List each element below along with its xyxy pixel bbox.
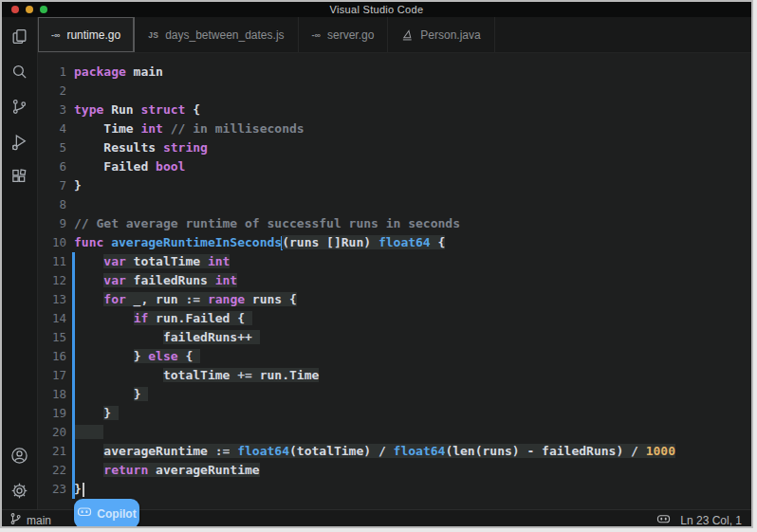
cursor-position[interactable]: Ln 23 Col, 1 [680,514,742,527]
tab-label: server.go [327,28,374,42]
code-line[interactable]: 18 } [38,385,751,404]
search-icon[interactable] [9,60,31,83]
code-text: func averageRuntimeInSeconds(runs []Run)… [74,233,445,252]
code-line[interactable]: 16 } else { [38,347,751,366]
account-icon[interactable] [9,444,31,467]
code-line[interactable]: 3type Run struct { [38,101,751,119]
line-number: 21 [38,442,66,461]
code-text: if run.Failed { [74,309,252,328]
code-line[interactable]: 23} [38,480,751,499]
code-text: } [74,404,119,423]
copilot-icon [77,505,92,523]
code-text: type Run struct { [74,101,200,119]
code-text: averageRuntime := float64(totalTime) / f… [74,442,675,461]
code-line[interactable]: 9// Get average runtime of successful ru… [38,214,751,233]
run-debug-icon[interactable] [9,130,31,153]
traffic-lights [11,6,47,13]
line-number: 11 [38,252,66,271]
js-file-icon: JS [148,30,158,40]
line-number: 2 [38,82,66,101]
tab-bar: -∞runtime.goJSdays_between_dates.js-∞ser… [38,17,751,53]
code-line[interactable]: 5 Results string [38,138,751,157]
editor-column: -∞runtime.goJSdays_between_dates.js-∞ser… [38,17,751,509]
code-line[interactable]: 21 averageRuntime := float64(totalTime) … [38,442,751,461]
zoom-button[interactable] [40,6,47,13]
code-text: // Get average runtime of successful run… [74,214,460,233]
line-number: 14 [38,309,66,328]
line-number: 7 [38,176,66,195]
line-number: 8 [38,195,66,214]
extensions-icon[interactable] [9,165,31,188]
code-text: var failedRuns int [74,271,237,290]
branch-indicator[interactable]: main [9,512,51,528]
code-line[interactable]: 10func averageRuntimeInSeconds(runs []Ru… [38,233,751,252]
code-line[interactable]: 17 totalTime += run.Time [38,366,751,385]
code-line[interactable]: 1package main [38,63,751,82]
tab-server.go[interactable]: -∞server.go [299,17,389,52]
go-file-icon: -∞ [312,30,321,40]
line-number: 15 [38,328,66,347]
title-bar: Visual Studio Code [2,2,751,17]
code-line[interactable]: 19 } [38,404,751,423]
line-number: 20 [38,423,66,442]
code-text: } [74,385,148,404]
branch-name: main [27,514,51,527]
line-number: 18 [38,385,66,404]
tab-Person.java[interactable]: Person.java [388,17,494,52]
line-number: 13 [38,290,66,309]
code-line[interactable]: 11 var totalTime int [38,252,751,271]
code-text: totalTime += run.Time [74,366,319,385]
copilot-icon [656,513,671,528]
code-line[interactable]: 7} [38,176,751,195]
settings-gear-icon[interactable] [9,479,31,502]
code-editor[interactable]: 1package main23type Run struct {4 Time i… [38,53,751,509]
code-line[interactable]: 15 failedRuns++ [38,328,751,347]
source-control-icon[interactable] [9,95,31,118]
line-number: 16 [38,347,66,366]
line-number: 17 [38,366,66,385]
inserted-lines-indicator [72,252,75,499]
code-text: } [74,480,84,499]
tab-runtime.go[interactable]: -∞runtime.go [38,17,135,52]
line-number: 22 [38,461,66,480]
git-branch-icon [9,512,22,528]
explorer-icon[interactable] [9,25,31,47]
code-line[interactable]: 20 [38,423,751,442]
code-text: return averageRuntime [74,461,260,480]
line-number: 19 [38,404,66,423]
window-title: Visual Studio Code [330,4,424,15]
tab-label: Person.java [420,28,480,42]
copilot-badge-label: Copilot [97,507,136,521]
vscode-window: Visual Studio Code -∞runtime.goJSdays_be… [0,0,753,528]
code-line[interactable]: 4 Time int // in milliseconds [38,119,751,138]
code-line[interactable]: 12 var failedRuns int [38,271,751,290]
java-file-icon [401,28,414,42]
code-text: } [74,176,82,195]
line-number: 6 [38,157,66,176]
code-line[interactable]: 22 return averageRuntime [38,461,751,480]
go-file-icon: -∞ [51,30,60,40]
copilot-badge[interactable]: Copilot [74,499,139,528]
copilot-status[interactable] [656,513,671,528]
code-lines: 1package main23type Run struct {4 Time i… [38,63,751,499]
code-line[interactable]: 13 for _, run := range runs { [38,290,751,309]
code-line[interactable]: 14 if run.Failed { [38,309,751,328]
main-content: -∞runtime.goJSdays_between_dates.js-∞ser… [2,17,751,509]
text-cursor [83,483,84,497]
code-line[interactable]: 2 [38,82,751,101]
code-line[interactable]: 6 Failed bool [38,157,751,176]
tab-label: days_between_dates.js [165,28,284,42]
tab-days_between_dates.js[interactable]: JSdays_between_dates.js [135,17,298,52]
line-number: 5 [38,138,66,157]
code-text: Results string [74,138,208,157]
minimize-button[interactable] [26,6,33,13]
line-number: 4 [38,119,66,138]
code-text: for _, run := range runs { [74,290,297,309]
close-button[interactable] [11,6,19,13]
line-number: 1 [38,63,66,82]
code-line[interactable]: 8 [38,195,751,214]
code-text: failedRuns++ [74,328,260,347]
activity-bar [2,17,38,509]
code-text: Time int // in milliseconds [74,119,305,138]
line-number: 10 [38,233,66,252]
